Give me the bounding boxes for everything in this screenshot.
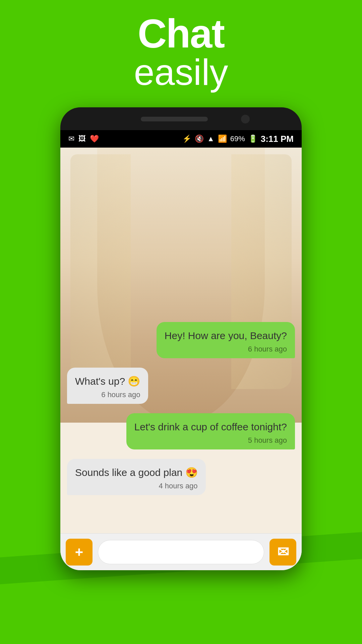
bluetooth-icon: ⚡ — [182, 135, 191, 143]
header-title-easily: easily — [0, 54, 362, 91]
send-icon: ✉ — [277, 544, 289, 560]
status-bar: ✉ 🖼 ❤️ ⚡ 🔇 ▲ 📶 69% 🔋 3:11 PM — [60, 130, 302, 148]
message-text-4: Sounds like a good plan 😍 — [75, 466, 198, 480]
bottom-bar: + ✉ — [60, 533, 302, 570]
wifi-icon: ▲ — [207, 135, 215, 143]
battery-text: 69% — [230, 135, 245, 143]
status-icons-right: ⚡ 🔇 ▲ 📶 69% 🔋 3:11 PM — [182, 134, 294, 144]
phone-speaker — [141, 117, 208, 121]
messages-area: Hey! How are you, Beauty? 6 hours ago Wh… — [60, 315, 302, 537]
mute-icon: 🔇 — [195, 135, 204, 143]
heart-app-icon: ❤️ — [90, 135, 99, 143]
message-text-3: Let's drink a cup of coffee tonight? — [134, 420, 287, 434]
header-area: Chat easily — [0, 13, 362, 91]
chat-screen: Hey! How are you, Beauty? 6 hours ago Wh… — [60, 148, 302, 570]
add-button[interactable]: + — [66, 539, 93, 566]
phone-camera — [241, 115, 250, 123]
add-icon: + — [75, 544, 83, 560]
status-time: 3:11 PM — [261, 134, 294, 144]
message-bubble-received-1: What's up? 😁 6 hours ago — [67, 368, 148, 404]
message-input[interactable] — [98, 540, 264, 564]
phone-frame: ✉ 🖼 ❤️ ⚡ 🔇 ▲ 📶 69% 🔋 3:11 PM Hey! How ar… — [60, 107, 302, 570]
message-bubble-sent-1: Hey! How are you, Beauty? 6 hours ago — [157, 322, 295, 358]
message-bubble-received-2: Sounds like a good plan 😍 4 hours ago — [67, 459, 206, 495]
message-time-1: 6 hours ago — [165, 345, 287, 354]
gmail-icon: ✉ — [68, 135, 74, 143]
message-time-4: 4 hours ago — [75, 482, 198, 490]
battery-icon: 🔋 — [248, 135, 257, 143]
status-icons-left: ✉ 🖼 ❤️ — [68, 135, 99, 143]
image-icon: 🖼 — [78, 135, 86, 143]
message-time-2: 6 hours ago — [75, 390, 140, 399]
signal-icon: 📶 — [218, 135, 227, 143]
message-bubble-sent-2: Let's drink a cup of coffee tonight? 5 h… — [126, 413, 295, 449]
header-title-chat: Chat — [0, 13, 362, 54]
message-time-3: 5 hours ago — [134, 436, 287, 445]
message-text-2: What's up? 😁 — [75, 374, 140, 388]
message-text-1: Hey! How are you, Beauty? — [165, 329, 287, 343]
send-button[interactable]: ✉ — [269, 539, 296, 566]
